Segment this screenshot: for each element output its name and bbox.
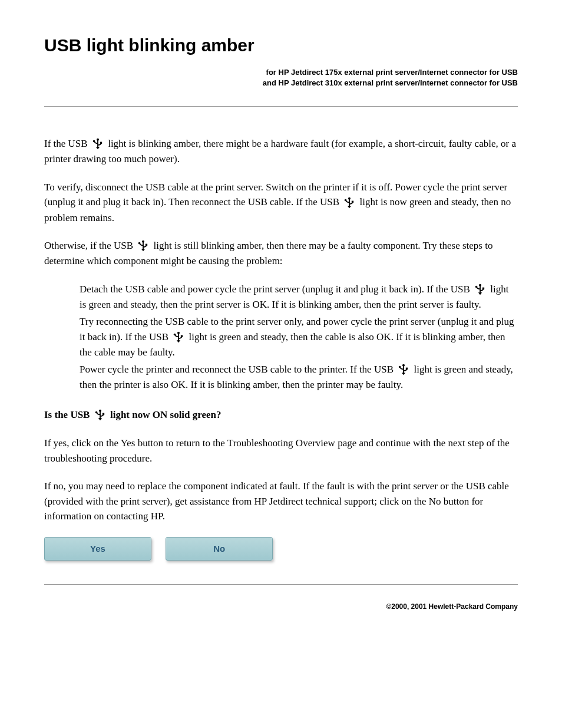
usb-icon: [474, 283, 487, 297]
paragraph-verify: To verify, disconnect the USB cable at t…: [44, 180, 518, 225]
paragraph-if-yes: If yes, click on the Yes button to retur…: [44, 436, 518, 466]
steps-list: Detach the USB cable and power cycle the…: [80, 282, 518, 393]
yes-button[interactable]: Yes: [44, 537, 151, 561]
usb-icon: [172, 331, 185, 345]
step-1: Detach the USB cable and power cycle the…: [80, 282, 518, 312]
usb-icon: [343, 196, 356, 210]
usb-icon: [91, 137, 104, 151]
page-title: USB light blinking amber: [44, 35, 518, 55]
subtitle: for HP Jetdirect 175x external print ser…: [44, 67, 518, 88]
subtitle-line-1: for HP Jetdirect 175x external print ser…: [266, 68, 518, 77]
paragraph-if-no: If no, you may need to replace the compo…: [44, 479, 518, 524]
paragraph-intro: If the USB light is blinking amber, ther…: [44, 136, 518, 167]
no-button[interactable]: No: [166, 537, 273, 561]
usb-icon: [94, 409, 107, 423]
divider-bottom: [44, 584, 518, 585]
step-2: Try reconnecting the USB cable to the pr…: [80, 314, 518, 360]
divider-top: [44, 106, 518, 107]
usb-icon: [137, 239, 150, 253]
step-3: Power cycle the printer and reconnect th…: [80, 362, 518, 393]
usb-icon: [397, 363, 410, 377]
button-row: Yes No: [44, 537, 518, 561]
paragraph-otherwise: Otherwise, if the USB light is still bli…: [44, 238, 518, 269]
copyright: ©2000, 2001 Hewlett-Packard Company: [44, 602, 518, 611]
subtitle-line-2: and HP Jetdirect 310x external print ser…: [263, 78, 518, 87]
question: Is the USB light now ON solid green?: [44, 407, 518, 423]
